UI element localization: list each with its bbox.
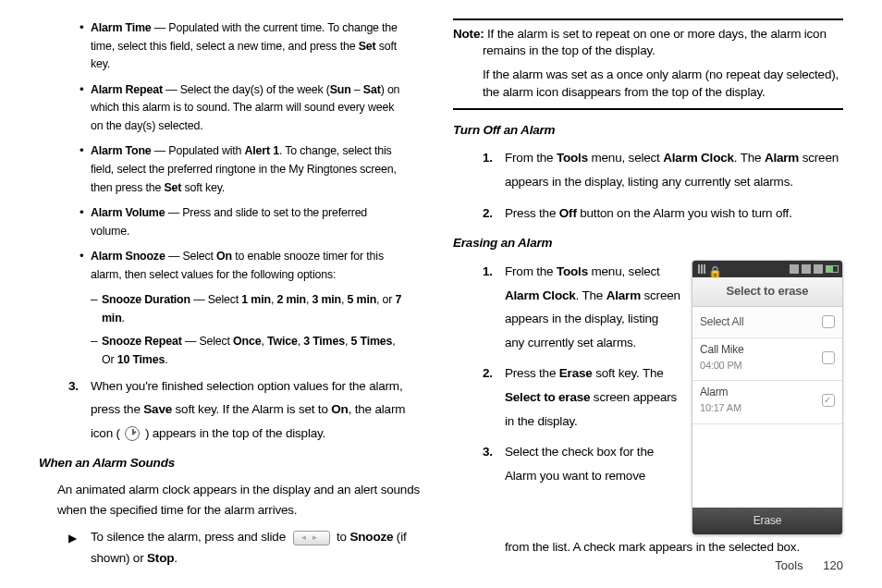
- bullet-alarm-tone: Alarm Tone — Populated with Alert 1. To …: [39, 141, 429, 196]
- lock-icon: 🔒: [708, 264, 717, 274]
- note-box: Note: If the alarm is set to repeat on o…: [453, 18, 843, 110]
- erase-step-1: 1.From the Tools menu, select Alarm Cloc…: [453, 260, 680, 355]
- clock-icon: [125, 426, 140, 441]
- checkbox-icon[interactable]: [822, 315, 835, 328]
- erase-step-3-part1: 3.Select the check box for the Alarm you…: [453, 440, 680, 487]
- erase-step-2: 2.Press the Erase soft key. The Select t…: [453, 361, 680, 433]
- step-3: 3.When you're finished selection option …: [39, 374, 429, 446]
- right-column: Note: If the alarm is set to repeat on o…: [453, 18, 843, 577]
- phone-screenshot: 🔒 Select to erase Select All Call Mike 0…: [692, 260, 843, 535]
- bullet-alarm-snooze: Alarm Snooze — Select On to enable snooz…: [39, 247, 429, 283]
- left-column: Alarm Time — Populated with the current …: [39, 18, 429, 577]
- status-icon: [814, 264, 823, 274]
- erase-step-3-part2: from the list. A check mark appears in t…: [453, 535, 843, 559]
- signal-icon: [696, 264, 705, 274]
- slider-icon: [293, 531, 330, 545]
- bullet-alarm-repeat: Alarm Repeat — Select the day(s) of the …: [39, 80, 429, 135]
- checkbox-icon[interactable]: [822, 351, 835, 364]
- bullet-alarm-volume: Alarm Volume — Press and slide to set to…: [39, 203, 429, 239]
- phone-row-call-mike[interactable]: Call Mike 04:00 PM: [692, 338, 842, 381]
- phone-row-select-all[interactable]: Select All: [692, 307, 842, 338]
- battery-icon: [826, 265, 839, 273]
- sub-snooze-repeat: Snooze Repeat — Select Once, Twice, 3 Ti…: [39, 332, 429, 368]
- note-label: Note:: [453, 27, 484, 41]
- turnoff-step-2: 2.Press the Off button on the Alarm you …: [453, 202, 843, 226]
- phone-row-alarm[interactable]: Alarm 10:17 AM: [692, 381, 842, 423]
- para-alarm-sounds: An animated alarm clock appears in the d…: [57, 480, 429, 520]
- phone-status-bar: 🔒: [692, 261, 842, 277]
- arrow-silence: ▶ To silence the alarm, press and slide …: [39, 527, 429, 570]
- footer-section: Tools: [775, 558, 802, 572]
- phone-softkey-erase[interactable]: Erase: [692, 508, 842, 534]
- heading-when-alarm-sounds: When an Alarm Sounds: [39, 454, 429, 472]
- heading-turn-off-alarm: Turn Off an Alarm: [453, 121, 843, 140]
- sub-snooze-duration: Snooze Duration — Select 1 min, 2 min, 3…: [39, 290, 429, 326]
- phone-title: Select to erase: [692, 277, 842, 307]
- status-icon: [790, 264, 799, 274]
- turnoff-step-1: 1.From the Tools menu, select Alarm Cloc…: [453, 146, 843, 193]
- heading-erasing-alarm: Erasing an Alarm: [453, 234, 843, 252]
- status-icon: [802, 264, 811, 274]
- label: Alarm Time: [91, 20, 152, 34]
- page-footer: Tools 120: [775, 557, 843, 575]
- footer-page: 120: [823, 558, 843, 572]
- arrow-icon: ▶: [68, 529, 77, 547]
- bullet-alarm-time: Alarm Time — Populated with the current …: [39, 18, 429, 73]
- checkbox-icon[interactable]: [822, 394, 835, 407]
